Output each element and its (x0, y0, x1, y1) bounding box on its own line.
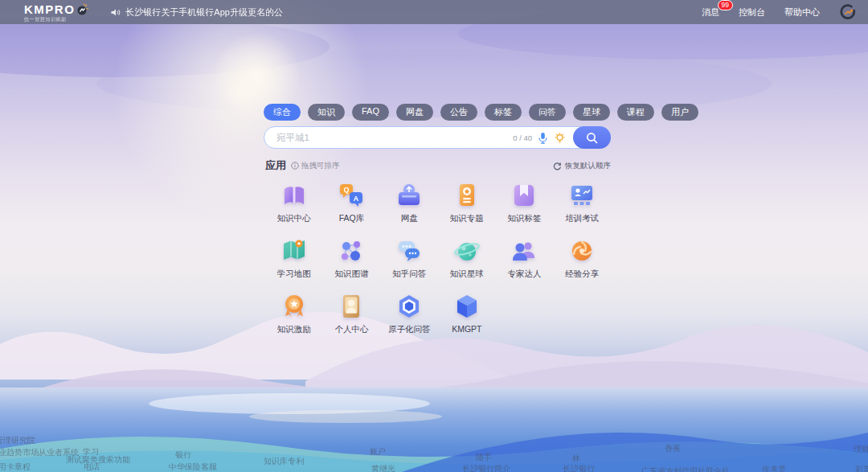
app-label: 知乎问答 (392, 269, 426, 280)
microphone-icon[interactable] (538, 132, 548, 144)
zhihu-qa-icon (395, 236, 424, 265)
tab-qa[interactable]: 问答 (529, 104, 566, 121)
reset-default-order-button[interactable]: 恢复默认顺序 (553, 161, 611, 171)
app-item-training-exam[interactable]: 培训考试 (553, 181, 611, 224)
messages-label: 消息 (702, 7, 719, 17)
app-item-knowledge-reward[interactable]: 知识激励 (265, 292, 323, 335)
app-item-knowledge-graph[interactable]: 知识图谱 (323, 236, 381, 280)
idea-bulb-icon[interactable] (554, 132, 566, 144)
app-item-atomic-qa[interactable]: 原子化问答 (380, 292, 438, 335)
messages-link[interactable]: 消息 99 (702, 6, 719, 18)
app-item-knowledge-planet[interactable]: 知识星球 (438, 236, 496, 280)
tab-faq[interactable]: FAQ (352, 104, 389, 121)
tab-planet[interactable]: 星球 (573, 104, 610, 121)
tab-knowledge[interactable]: 知识 (308, 104, 345, 121)
app-label: 原子化问答 (388, 324, 431, 335)
announcement-text: 长沙银行关于手机银行App升级更名的公 (125, 6, 283, 18)
tab-netdisk[interactable]: 网盘 (396, 104, 433, 121)
app-label: 培训考试 (565, 213, 599, 224)
kmpro-logo[interactable]: KMPRO 统一智慧知识赋能 (24, 3, 89, 22)
knowledge-planet-icon (452, 236, 481, 265)
help-center-link[interactable]: 帮助中心 (784, 6, 820, 18)
app-label: 学习地图 (277, 269, 311, 280)
console-link[interactable]: 控制台 (739, 6, 765, 18)
kmgpt-icon (452, 292, 481, 321)
tab-user[interactable]: 用户 (661, 104, 698, 121)
learning-map-icon (280, 236, 309, 265)
top-bar: KMPRO 统一智慧知识赋能 长沙银行关于手机银行App升级更名的公 (0, 0, 868, 24)
app-label: 网盘 (401, 213, 418, 224)
logo-spark-icon (76, 3, 89, 16)
training-exam-icon (567, 181, 596, 210)
app-item-learning-map[interactable]: 学习地图 (265, 236, 323, 280)
app-label: 个人中心 (334, 324, 368, 335)
app-item-experience-share[interactable]: 经验分享 (553, 236, 611, 280)
app-label: 知识中心 (277, 213, 311, 224)
logo-tagline: 统一智慧知识赋能 (24, 17, 89, 22)
app-item-net-disk[interactable]: 网盘 (380, 181, 438, 224)
tab-comprehensive[interactable]: 综合 (264, 104, 301, 121)
apps-grid: 知识中心 Q A FAQ库 (265, 181, 611, 335)
app-item-zhihu-qa[interactable]: 知乎问答 (380, 236, 438, 280)
app-label: 知识星球 (450, 269, 484, 280)
drag-sort-hint: 拖拽可排序 (291, 161, 340, 171)
knowledge-graph-icon (337, 236, 366, 265)
knowledge-tag-icon (510, 181, 538, 210)
search-section: 综合 知识 FAQ 网盘 公告 标签 问答 星球 课程 用户 0 / 40 (264, 104, 611, 149)
tab-announcement[interactable]: 公告 (440, 104, 477, 121)
tab-tags[interactable]: 标签 (485, 104, 522, 121)
info-icon (291, 162, 299, 170)
search-input[interactable] (275, 132, 510, 143)
app-label: KMGPT (452, 324, 481, 334)
atomic-qa-icon (395, 292, 424, 321)
app-item-knowledge-tag[interactable]: 知识标签 (496, 181, 554, 224)
app-item-knowledge-center[interactable]: 知识中心 (265, 181, 323, 224)
kmpro-portal-page: 管理研究院行业趋势市场从业者系统学习测试聚类搜索功能银行知识库专利账户信用卡章程… (0, 0, 868, 472)
topbar-nav: 消息 99 控制台 帮助中心 (702, 3, 868, 21)
apps-title: 应用 (265, 158, 286, 173)
app-item-kmgpt[interactable]: KMGPT (438, 292, 496, 335)
svg-text:Q: Q (344, 186, 350, 194)
app-item-knowledge-topic[interactable]: 知识专题 (438, 181, 496, 224)
faq-library-icon: Q A (337, 181, 366, 210)
user-avatar-icon[interactable] (839, 3, 857, 21)
search-bar: 0 / 40 (264, 126, 611, 149)
tab-course[interactable]: 课程 (617, 104, 654, 121)
app-label: 知识标签 (507, 213, 541, 224)
char-counter: 0 / 40 (513, 133, 532, 142)
search-button[interactable] (573, 126, 611, 149)
app-item-faq-library[interactable]: Q A FAQ库 (323, 181, 381, 224)
apps-section: 应用 拖拽可排序 恢复默认顺序 (265, 158, 611, 335)
app-label: 知识激励 (277, 324, 311, 335)
expert-icon (510, 236, 538, 265)
app-item-personal-center[interactable]: 个人中心 (323, 292, 381, 335)
svg-text:A: A (354, 195, 359, 203)
experience-share-icon (567, 236, 596, 265)
announcement-ticker[interactable]: 长沙银行关于手机银行App升级更名的公 (110, 6, 283, 18)
knowledge-center-icon (280, 181, 309, 210)
refresh-icon (553, 162, 562, 170)
app-label: 知识专题 (450, 213, 484, 224)
net-disk-icon (395, 181, 424, 210)
app-label: 知识图谱 (334, 269, 368, 280)
knowledge-topic-icon (452, 181, 481, 210)
speaker-icon (110, 7, 121, 18)
app-item-expert[interactable]: 专家达人 (496, 236, 554, 280)
knowledge-reward-icon (280, 292, 309, 321)
app-label: 专家达人 (507, 269, 541, 280)
personal-center-icon (337, 292, 366, 321)
app-label: 经验分享 (565, 269, 599, 280)
logo-text: KMPRO (24, 3, 75, 15)
app-label: FAQ库 (339, 213, 365, 224)
search-tabs: 综合 知识 FAQ 网盘 公告 标签 问答 星球 课程 用户 (264, 104, 611, 121)
messages-badge: 99 (718, 0, 733, 10)
